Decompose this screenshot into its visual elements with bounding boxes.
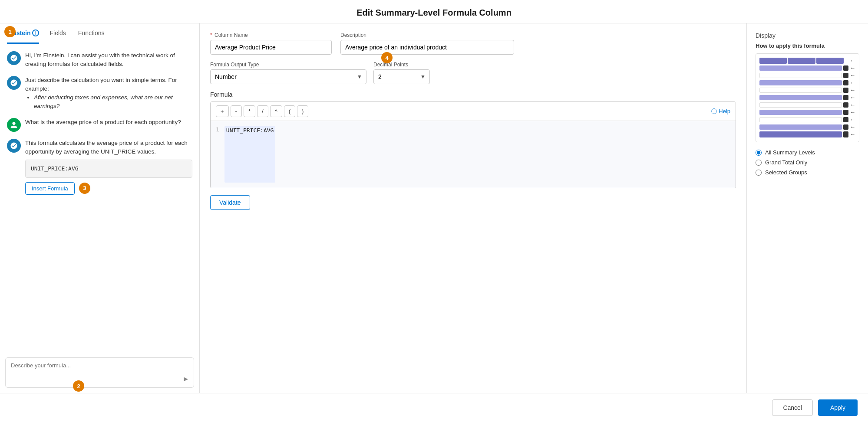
- display-title: Display: [756, 32, 859, 39]
- ai-avatar-3: [7, 139, 21, 153]
- description-label: Description: [340, 32, 514, 38]
- radio-grand-total[interactable]: Grand Total Only: [756, 159, 859, 166]
- formula-output-type-select[interactable]: Number Text Currency Percent: [210, 69, 366, 84]
- chat-text-1: Hi, I'm Einstein. I can assist you with …: [25, 51, 192, 69]
- formula-output-type-label: Formula Output Type: [210, 62, 366, 68]
- chat-text-3: What is the average price of a product f…: [25, 118, 181, 132]
- preview-header-row: ←: [759, 57, 855, 64]
- tab-functions[interactable]: Functions: [72, 23, 111, 44]
- chat-message-4: This formula calculates the average pric…: [7, 139, 192, 195]
- formula-output-type-select-wrap: Number Text Currency Percent ▼: [210, 69, 366, 84]
- tab-fields[interactable]: Fields: [43, 23, 72, 44]
- help-link[interactable]: ⓘ Help: [711, 108, 730, 115]
- badge-1: 1: [4, 26, 16, 37]
- insert-formula-button[interactable]: Insert Formula: [25, 182, 75, 195]
- validate-button[interactable]: Validate: [210, 195, 250, 210]
- radio-group: All Summary Levels Grand Total Only Sele…: [756, 149, 859, 176]
- cancel-button[interactable]: Cancel: [772, 399, 813, 416]
- column-name-label-text: Column Name: [215, 32, 248, 38]
- form-row-1: * Column Name Description: [210, 32, 736, 55]
- ai-avatar-2: [7, 76, 21, 90]
- modal-title: Edit Summary-Level Formula Column: [356, 8, 512, 17]
- close-paren-button[interactable]: ): [297, 105, 308, 117]
- required-star: *: [210, 32, 212, 38]
- radio-grand-input[interactable]: [756, 160, 762, 166]
- decimal-points-label: Decimal Points: [373, 62, 430, 68]
- badge-4: 4: [381, 52, 393, 63]
- decimal-points-select-wrap: 2 0 1 3 4 ▼: [373, 69, 430, 84]
- decimal-points-field: Decimal Points 2 0 1 3 4 ▼: [373, 62, 430, 84]
- input-area: ► 2: [0, 352, 199, 393]
- divide-button[interactable]: /: [257, 105, 268, 117]
- radio-selected-label: Selected Groups: [765, 169, 807, 176]
- user-avatar: [7, 118, 21, 132]
- radio-all-input[interactable]: [756, 150, 762, 156]
- multiply-button[interactable]: *: [244, 105, 255, 117]
- suggested-formula-box: UNIT_PRICE:AVG: [25, 160, 192, 178]
- display-subtitle: How to apply this formula: [756, 43, 859, 49]
- radio-selected-input[interactable]: [756, 170, 762, 176]
- formula-output-type-field: Formula Output Type Number Text Currency…: [210, 62, 366, 84]
- modal-container: Edit Summary-Level Formula Column 1 Eins…: [0, 0, 868, 422]
- modal-body: 1 Einstein i Fields Functions Hi, I'm Ei…: [0, 23, 868, 393]
- column-name-input[interactable]: [210, 40, 332, 55]
- right-panel: * Column Name Description Formula Output…: [200, 23, 746, 393]
- radio-selected-groups[interactable]: Selected Groups: [756, 169, 859, 176]
- ai-avatar-1: [7, 51, 21, 65]
- preview-data-rows: ← ← ← ←: [759, 65, 855, 137]
- description-input[interactable]: [340, 40, 514, 55]
- column-name-field: * Column Name: [210, 32, 332, 55]
- open-paren-button[interactable]: (: [284, 105, 295, 117]
- minus-button[interactable]: -: [231, 105, 242, 117]
- apply-button[interactable]: Apply: [818, 399, 858, 416]
- describe-input-wrap: ► 2: [5, 357, 194, 388]
- radio-all-summary[interactable]: All Summary Levels: [756, 149, 859, 156]
- chat-text-4: This formula calculates the average pric…: [25, 139, 192, 195]
- chat-message-1: Hi, I'm Einstein. I can assist you with …: [7, 51, 192, 69]
- modal-footer: Cancel Apply: [0, 393, 868, 422]
- left-chat-content: Hi, I'm Einstein. I can assist you with …: [0, 44, 199, 352]
- einstein-info-icon[interactable]: i: [32, 29, 39, 36]
- formula-editor-body[interactable]: 1 UNIT_PRICE:AVG: [211, 121, 736, 188]
- line-number: 1: [216, 126, 219, 183]
- modal-header: Edit Summary-Level Formula Column: [0, 0, 868, 23]
- radio-grand-label: Grand Total Only: [765, 159, 807, 166]
- help-icon: ⓘ: [711, 108, 717, 115]
- column-name-label: * Column Name: [210, 32, 332, 38]
- chat-message-2: Just describe the calculation you want i…: [7, 76, 192, 111]
- description-field: Description: [340, 32, 514, 55]
- formula-code[interactable]: UNIT_PRICE:AVG: [224, 126, 276, 183]
- send-button[interactable]: ►: [182, 375, 189, 383]
- caret-button[interactable]: ^: [270, 105, 282, 117]
- left-tabs: 1 Einstein i Fields Functions: [0, 23, 199, 44]
- badge-2: 2: [73, 380, 84, 392]
- plus-button[interactable]: +: [216, 105, 229, 117]
- badge-3: 3: [79, 183, 90, 194]
- formula-section: Formula + - * / ^ ( ) ⓘ: [210, 91, 736, 210]
- formula-editor: + - * / ^ ( ) ⓘ Help: [210, 101, 736, 188]
- describe-formula-input[interactable]: [11, 362, 176, 375]
- formula-toolbar-btns: + - * / ^ ( ): [216, 105, 308, 117]
- form-row-2: Formula Output Type Number Text Currency…: [210, 62, 736, 84]
- radio-all-label: All Summary Levels: [765, 149, 815, 156]
- formula-label: Formula: [210, 91, 736, 98]
- left-panel: 1 Einstein i Fields Functions Hi, I'm Ei…: [0, 23, 200, 393]
- help-label: Help: [719, 108, 730, 114]
- display-panel: Display How to apply this formula ←: [746, 23, 868, 393]
- formula-toolbar-row: + - * / ^ ( ) ⓘ Help: [211, 102, 736, 121]
- chat-message-3: What is the average price of a product f…: [7, 118, 192, 132]
- formula-visual: ← ← ←: [756, 53, 859, 142]
- chat-text-2: Just describe the calculation you want i…: [25, 76, 192, 111]
- decimal-points-select[interactable]: 2 0 1 3 4: [373, 69, 430, 84]
